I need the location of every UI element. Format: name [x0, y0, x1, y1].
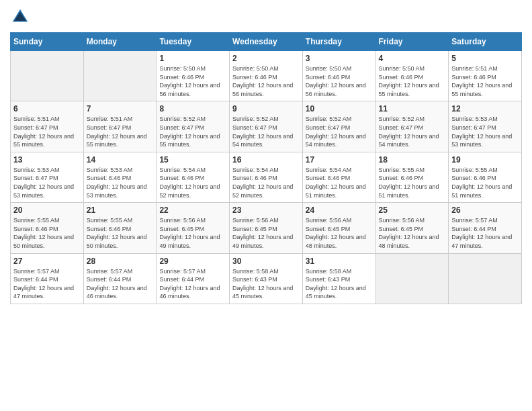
day-detail: Sunrise: 5:51 AMSunset: 6:46 PMDaylight:…: [451, 64, 519, 98]
day-number: 1: [159, 54, 226, 63]
day-detail: Sunrise: 5:57 AMSunset: 6:44 PMDaylight:…: [13, 267, 81, 301]
day-detail: Sunrise: 5:57 AMSunset: 6:44 PMDaylight:…: [159, 267, 226, 301]
day-number: 10: [306, 104, 373, 113]
day-detail: Sunrise: 5:53 AMSunset: 6:46 PMDaylight:…: [87, 166, 154, 199]
calendar-cell: 24Sunrise: 5:56 AMSunset: 6:45 PMDayligh…: [302, 203, 375, 253]
day-detail: Sunrise: 5:57 AMSunset: 6:44 PMDaylight:…: [451, 216, 519, 250]
calendar-cell: 1Sunrise: 5:50 AMSunset: 6:46 PMDaylight…: [157, 51, 230, 101]
day-number: 12: [451, 104, 519, 113]
day-number: 11: [379, 104, 446, 113]
day-number: 6: [13, 104, 81, 113]
day-number: 24: [306, 205, 373, 215]
day-number: 17: [306, 155, 373, 165]
calendar-cell: 8Sunrise: 5:52 AMSunset: 6:47 PMDaylight…: [157, 101, 230, 152]
calendar-cell: [449, 253, 522, 304]
calendar-cell: 18Sunrise: 5:55 AMSunset: 6:46 PMDayligh…: [375, 152, 449, 202]
calendar-header: SundayMondayTuesdayWednesdayThursdayFrid…: [11, 33, 522, 51]
day-number: 25: [379, 205, 446, 215]
calendar-week-row: 13Sunrise: 5:53 AMSunset: 6:47 PMDayligh…: [11, 152, 522, 202]
day-number: 26: [451, 205, 519, 215]
day-number: 20: [13, 205, 81, 215]
day-number: 18: [379, 155, 446, 165]
calendar-cell: 13Sunrise: 5:53 AMSunset: 6:47 PMDayligh…: [11, 152, 84, 202]
day-detail: Sunrise: 5:50 AMSunset: 6:46 PMDaylight:…: [159, 64, 226, 98]
day-detail: Sunrise: 5:56 AMSunset: 6:45 PMDaylight:…: [306, 216, 373, 250]
day-number: 3: [306, 54, 373, 63]
day-number: 21: [87, 205, 154, 215]
page-container: SundayMondayTuesdayWednesdayThursdayFrid…: [0, 0, 532, 311]
calendar-week-row: 1Sunrise: 5:50 AMSunset: 6:46 PMDaylight…: [11, 51, 522, 101]
day-number: 22: [159, 205, 226, 215]
day-detail: Sunrise: 5:54 AMSunset: 6:46 PMDaylight:…: [159, 166, 226, 199]
day-detail: Sunrise: 5:50 AMSunset: 6:46 PMDaylight:…: [379, 64, 446, 98]
logo-icon: [10, 7, 30, 27]
day-detail: Sunrise: 5:55 AMSunset: 6:46 PMDaylight:…: [13, 216, 81, 250]
page-header: [10, 7, 522, 27]
calendar-week-row: 27Sunrise: 5:57 AMSunset: 6:44 PMDayligh…: [11, 253, 522, 304]
day-detail: Sunrise: 5:54 AMSunset: 6:46 PMDaylight:…: [306, 166, 373, 199]
weekday-header-monday: Monday: [83, 33, 157, 51]
calendar-cell: 30Sunrise: 5:58 AMSunset: 6:43 PMDayligh…: [230, 253, 303, 304]
day-detail: Sunrise: 5:55 AMSunset: 6:46 PMDaylight:…: [379, 166, 446, 199]
calendar-body: 1Sunrise: 5:50 AMSunset: 6:46 PMDaylight…: [11, 51, 522, 304]
calendar-cell: 22Sunrise: 5:56 AMSunset: 6:45 PMDayligh…: [157, 203, 230, 253]
day-detail: Sunrise: 5:55 AMSunset: 6:46 PMDaylight:…: [87, 216, 154, 250]
weekday-header-thursday: Thursday: [302, 33, 375, 51]
weekday-header-row: SundayMondayTuesdayWednesdayThursdayFrid…: [11, 33, 522, 51]
calendar-cell: 25Sunrise: 5:56 AMSunset: 6:45 PMDayligh…: [375, 203, 449, 253]
weekday-header-sunday: Sunday: [11, 33, 84, 51]
calendar-cell: 7Sunrise: 5:51 AMSunset: 6:47 PMDaylight…: [83, 101, 157, 152]
day-number: 2: [232, 54, 300, 63]
calendar-cell: 28Sunrise: 5:57 AMSunset: 6:44 PMDayligh…: [83, 253, 157, 304]
day-detail: Sunrise: 5:51 AMSunset: 6:47 PMDaylight:…: [13, 115, 81, 148]
day-detail: Sunrise: 5:56 AMSunset: 6:45 PMDaylight:…: [232, 216, 300, 250]
calendar-cell: 31Sunrise: 5:58 AMSunset: 6:43 PMDayligh…: [302, 253, 375, 304]
day-detail: Sunrise: 5:50 AMSunset: 6:46 PMDaylight:…: [306, 64, 373, 98]
day-detail: Sunrise: 5:52 AMSunset: 6:47 PMDaylight:…: [379, 115, 446, 148]
calendar-cell: 19Sunrise: 5:55 AMSunset: 6:46 PMDayligh…: [449, 152, 522, 202]
calendar-cell: 3Sunrise: 5:50 AMSunset: 6:46 PMDaylight…: [302, 51, 375, 101]
day-number: 7: [87, 104, 154, 113]
calendar-cell: 26Sunrise: 5:57 AMSunset: 6:44 PMDayligh…: [449, 203, 522, 253]
day-number: 15: [159, 155, 226, 165]
day-number: 16: [232, 155, 300, 165]
calendar-week-row: 20Sunrise: 5:55 AMSunset: 6:46 PMDayligh…: [11, 203, 522, 253]
calendar-cell: 4Sunrise: 5:50 AMSunset: 6:46 PMDaylight…: [375, 51, 449, 101]
weekday-header-wednesday: Wednesday: [230, 33, 303, 51]
day-detail: Sunrise: 5:56 AMSunset: 6:45 PMDaylight:…: [159, 216, 226, 250]
day-detail: Sunrise: 5:54 AMSunset: 6:46 PMDaylight:…: [232, 166, 300, 199]
calendar-cell: 29Sunrise: 5:57 AMSunset: 6:44 PMDayligh…: [157, 253, 230, 304]
day-detail: Sunrise: 5:53 AMSunset: 6:47 PMDaylight:…: [13, 166, 81, 199]
day-detail: Sunrise: 5:58 AMSunset: 6:43 PMDaylight:…: [232, 267, 300, 301]
day-detail: Sunrise: 5:50 AMSunset: 6:46 PMDaylight:…: [232, 64, 300, 98]
calendar-cell: [375, 253, 449, 304]
day-number: 23: [232, 205, 300, 215]
day-detail: Sunrise: 5:52 AMSunset: 6:47 PMDaylight:…: [306, 115, 373, 148]
calendar-cell: 11Sunrise: 5:52 AMSunset: 6:47 PMDayligh…: [375, 101, 449, 152]
day-number: 5: [451, 54, 519, 63]
day-number: 19: [451, 155, 519, 165]
calendar-cell: 23Sunrise: 5:56 AMSunset: 6:45 PMDayligh…: [230, 203, 303, 253]
weekday-header-saturday: Saturday: [449, 33, 522, 51]
logo: [10, 7, 33, 27]
calendar-cell: 5Sunrise: 5:51 AMSunset: 6:46 PMDaylight…: [449, 51, 522, 101]
calendar-cell: 12Sunrise: 5:53 AMSunset: 6:47 PMDayligh…: [449, 101, 522, 152]
calendar-cell: [83, 51, 157, 101]
calendar-cell: 6Sunrise: 5:51 AMSunset: 6:47 PMDaylight…: [11, 101, 84, 152]
calendar-cell: 27Sunrise: 5:57 AMSunset: 6:44 PMDayligh…: [11, 253, 84, 304]
day-number: 27: [13, 257, 81, 266]
calendar-table: SundayMondayTuesdayWednesdayThursdayFrid…: [10, 32, 522, 304]
day-detail: Sunrise: 5:52 AMSunset: 6:47 PMDaylight:…: [159, 115, 226, 148]
day-number: 28: [87, 257, 154, 266]
day-number: 30: [232, 257, 300, 266]
calendar-cell: 16Sunrise: 5:54 AMSunset: 6:46 PMDayligh…: [230, 152, 303, 202]
day-detail: Sunrise: 5:55 AMSunset: 6:46 PMDaylight:…: [451, 166, 519, 199]
weekday-header-tuesday: Tuesday: [157, 33, 230, 51]
day-number: 8: [159, 104, 226, 113]
day-detail: Sunrise: 5:51 AMSunset: 6:47 PMDaylight:…: [87, 115, 154, 148]
day-number: 4: [379, 54, 446, 63]
calendar-cell: 20Sunrise: 5:55 AMSunset: 6:46 PMDayligh…: [11, 203, 84, 253]
calendar-cell: 14Sunrise: 5:53 AMSunset: 6:46 PMDayligh…: [83, 152, 157, 202]
day-detail: Sunrise: 5:53 AMSunset: 6:47 PMDaylight:…: [451, 115, 519, 148]
calendar-cell: 10Sunrise: 5:52 AMSunset: 6:47 PMDayligh…: [302, 101, 375, 152]
